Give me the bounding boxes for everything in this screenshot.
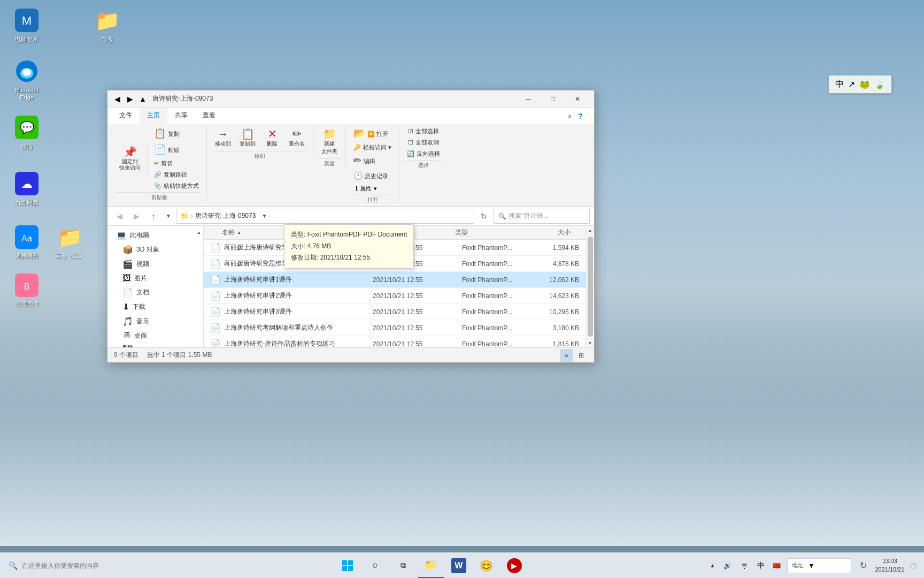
- address-dropdown-btn[interactable]: ▼: [258, 209, 271, 224]
- address-refresh-btn[interactable]: ↻: [856, 558, 871, 573]
- desktop-icon-bilibili[interactable]: B 哔哩哔哩: [5, 270, 48, 310]
- tab-view[interactable]: 查看: [195, 108, 223, 124]
- tab-share[interactable]: 共享: [167, 108, 195, 124]
- pdf-icon: 📄: [210, 291, 221, 301]
- pdf-icon: 📄: [210, 242, 221, 253]
- move-to-btn[interactable]: → 移动到: [211, 126, 235, 150]
- desktop-icon-baidu[interactable]: ☁ 百度网盘: [5, 169, 48, 208]
- minimize-button[interactable]: ─: [516, 90, 541, 108]
- start-button[interactable]: [335, 553, 360, 579]
- file-type-cell: Foxit PhantomP...: [462, 292, 536, 300]
- nav-forward-btn[interactable]: ▶: [129, 209, 144, 224]
- paste-btn[interactable]: 📄 粘贴: [151, 142, 202, 157]
- copy-paste-group: 📋 复制 📄 粘贴 ✂剪切 🔗复制路径: [151, 126, 202, 191]
- ribbon-help-icon[interactable]: ?: [575, 111, 586, 121]
- address-bar[interactable]: 📁 › 唐诗研究-上海-09073 ▼: [176, 209, 474, 224]
- sidebar-item-desktop[interactable]: 🖥 桌面: [107, 329, 203, 343]
- rename-label: 重命名: [289, 140, 305, 148]
- open-btn[interactable]: 📂 🔽 打开: [350, 126, 395, 141]
- header-type[interactable]: 类型: [455, 228, 528, 237]
- search-taskbar-btn[interactable]: ○: [363, 553, 388, 579]
- copy-btn[interactable]: 📋 复制: [151, 126, 202, 141]
- media-taskbar-btn[interactable]: ▶: [502, 553, 527, 579]
- clipboard-btns: 📌 固定到快速访问 📋 复制 📄 粘贴: [116, 126, 202, 191]
- table-row[interactable]: 📄 蒋丽媛上海唐诗研究笔记汇总打印版 2021/10/21 12:55 Foxi…: [204, 240, 586, 256]
- notification-btn[interactable]: □: [909, 561, 918, 570]
- speaker-icon[interactable]: 🔊: [721, 562, 734, 569]
- sidebar-item-documents[interactable]: 📄 文档: [107, 285, 203, 300]
- copy-path-btn[interactable]: 🔗复制路径: [151, 170, 202, 180]
- sidebar-item-music[interactable]: 🎵 音乐: [107, 314, 203, 329]
- recent-locations-btn[interactable]: ▼: [163, 209, 174, 224]
- sidebar-item-this-pc[interactable]: 💻 此电脑: [107, 228, 203, 242]
- sidebar-item-pictures[interactable]: 🖼 图片: [107, 271, 203, 285]
- edit-btn[interactable]: ✏ 编辑: [350, 154, 395, 169]
- desktop-icon-wechat[interactable]: 💬 微信: [5, 112, 48, 152]
- easy-access-btn[interactable]: 🔑轻松访问 ▾: [350, 142, 395, 153]
- maximize-button[interactable]: □: [541, 90, 565, 108]
- task-view-btn[interactable]: ⧉: [390, 553, 416, 579]
- sidebar-item-3d[interactable]: 📦 3D 对象: [107, 242, 203, 257]
- ribbon-collapse-icon[interactable]: ∧: [564, 111, 575, 121]
- scroll-down-btn[interactable]: ▼: [586, 339, 595, 347]
- tab-file[interactable]: 文件: [112, 108, 140, 124]
- desktop-icon-folder[interactable]: 📁 自考: [86, 5, 128, 45]
- rename-btn[interactable]: ✏ 重命名: [285, 126, 309, 150]
- avatar-taskbar-btn[interactable]: 😊: [474, 553, 499, 579]
- table-row[interactable]: 📄 蒋丽媛唐诗研究思维导图汇总 2021/10/21 12:55 Foxit P…: [204, 256, 586, 272]
- scroll-up-btn[interactable]: ▲: [586, 226, 595, 234]
- taskbar-time[interactable]: 13:03 2021/10/21: [875, 557, 904, 574]
- ime-tray-btn[interactable]: 中: [755, 561, 766, 571]
- cut-btn[interactable]: ✂剪切: [151, 158, 202, 169]
- copy-to-btn[interactable]: 📋 复制到: [236, 126, 259, 150]
- this-pc-icon: 💻: [116, 230, 127, 240]
- address-tray[interactable]: 地址 ▼: [787, 558, 851, 573]
- search-bar[interactable]: 🔍 搜索"唐诗研...: [494, 209, 590, 224]
- delete-btn[interactable]: ✕ 删除: [260, 126, 284, 150]
- address-dropdown-tray[interactable]: ▼: [806, 560, 817, 571]
- grid-view-btn[interactable]: ⊞: [575, 349, 588, 362]
- ime-indicator[interactable]: 中 ↗ 🐸 🍃: [828, 75, 892, 94]
- word-taskbar-btn[interactable]: W: [446, 553, 472, 579]
- nav-up-btn[interactable]: ↑: [146, 209, 161, 224]
- table-row[interactable]: 📄 上海唐诗研究考纲解读和重点诗人创作 2021/10/21 12:55 Fox…: [204, 320, 586, 336]
- properties-btn[interactable]: ℹ 属性 ▾: [350, 184, 395, 194]
- sidebar-item-downloads[interactable]: ⬇ 下载: [107, 300, 203, 314]
- invert-selection-btn[interactable]: 🔄 反向选择: [404, 149, 443, 159]
- table-row[interactable]: 📄 上海唐诗研究串讲2课件 2021/10/21 12:55 Foxit Pha…: [204, 288, 586, 304]
- sidebar-scroll-up[interactable]: ▲: [195, 228, 203, 237]
- nav-back-btn[interactable]: ◀: [112, 209, 127, 224]
- sidebar-item-c-drive[interactable]: 💾 Windows (C:): [107, 343, 203, 347]
- system-tray-expand[interactable]: ▲: [708, 562, 718, 568]
- history-btn[interactable]: 🕐 历史记录: [350, 170, 395, 182]
- desktop-icon-edge[interactable]: Microsoft Edge: [5, 56, 48, 104]
- file-explorer-taskbar-btn[interactable]: 📁: [418, 553, 444, 579]
- scroll-thumb[interactable]: [588, 237, 593, 337]
- paste-shortcut-btn[interactable]: 📎粘贴快捷方式: [151, 181, 202, 191]
- header-name[interactable]: 名称 ▲: [222, 228, 367, 237]
- table-row[interactable]: 📄 上海唐诗研究串讲1课件 2021/10/21 12:55 Foxit Pha…: [204, 272, 586, 288]
- pin-to-quick-access-btn[interactable]: 📌 固定到快速访问: [116, 144, 144, 173]
- file-type-cell: Foxit PhantomP...: [462, 324, 536, 332]
- select-none-btn[interactable]: ☐ 全部取消: [405, 138, 442, 148]
- desktop-icon-pc-manager[interactable]: M 电脑管家: [5, 5, 48, 45]
- scrollbar[interactable]: ▲ ▼: [586, 226, 594, 347]
- new-folder-btn[interactable]: 📁 新建文件夹: [318, 126, 341, 157]
- select-all-btn[interactable]: ☑ 全部选择: [405, 126, 442, 136]
- desktop-icon-english[interactable]: 📁 英语（二）: [48, 222, 91, 262]
- network-tray-icon[interactable]: [738, 561, 751, 570]
- header-date[interactable]: 修改日期: [367, 228, 455, 237]
- desktop-icon-dict[interactable]: Aa 词典词典: [5, 222, 48, 262]
- refresh-btn[interactable]: ↻: [476, 209, 491, 224]
- taskbar-search-input[interactable]: [22, 562, 140, 569]
- ime-flag[interactable]: 🇨🇳: [771, 562, 783, 569]
- svg-rect-13: [342, 560, 347, 565]
- time-display: 13:03: [875, 557, 904, 565]
- tab-home[interactable]: 主页: [140, 108, 167, 124]
- header-size[interactable]: 大小: [528, 228, 571, 237]
- list-view-btn[interactable]: ≡: [560, 349, 573, 362]
- sidebar-item-videos[interactable]: 🎬 视频: [107, 257, 203, 271]
- close-button[interactable]: ✕: [565, 90, 590, 108]
- table-row[interactable]: 📄 上海唐诗研究-唐诗作品赏析的专项练习 2021/10/21 12:55 Fo…: [204, 336, 586, 347]
- table-row[interactable]: 📄 上海唐诗研究串讲3课件 2021/10/21 12:55 Foxit Pha…: [204, 304, 586, 320]
